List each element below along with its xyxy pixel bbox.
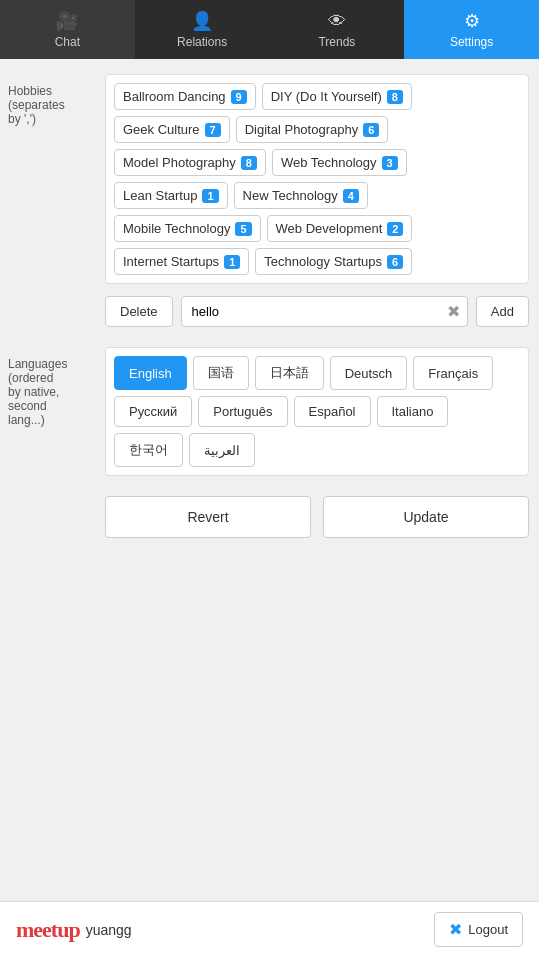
tag-name: Mobile Technology	[123, 221, 230, 236]
logout-x-icon: ✖	[449, 920, 462, 939]
tag-item[interactable]: Mobile Technology5	[114, 215, 261, 242]
delete-button[interactable]: Delete	[105, 296, 173, 327]
tag-item[interactable]: DIY (Do It Yourself)8	[262, 83, 412, 110]
language-button[interactable]: Italiano	[377, 396, 449, 427]
tag-count: 1	[224, 255, 240, 269]
tag-name: Model Photography	[123, 155, 236, 170]
language-button[interactable]: Русский	[114, 396, 192, 427]
tag-name: Ballroom Dancing	[123, 89, 226, 104]
tag-count: 6	[387, 255, 403, 269]
nav-trends-label: Trends	[318, 35, 355, 49]
nav-trends[interactable]: 👁 Trends	[270, 0, 405, 59]
footer: meetup yuangg ✖ Logout	[0, 901, 539, 957]
nav-relations-label: Relations	[177, 35, 227, 49]
tag-count: 7	[205, 123, 221, 137]
tag-count: 9	[231, 90, 247, 104]
languages-container: English国语日本語DeutschFrançaisРусскийPortug…	[105, 347, 529, 476]
tag-item[interactable]: Model Photography8	[114, 149, 266, 176]
top-nav: 🎥 Chat 👤 Relations 👁 Trends ⚙ Settings	[0, 0, 539, 59]
logout-button[interactable]: ✖ Logout	[434, 912, 523, 947]
tag-item[interactable]: Ballroom Dancing9	[114, 83, 256, 110]
tag-name: New Technology	[243, 188, 338, 203]
language-button[interactable]: Español	[294, 396, 371, 427]
tag-list: Ballroom Dancing9DIY (Do It Yourself)8Ge…	[114, 83, 520, 275]
nav-chat-label: Chat	[55, 35, 80, 49]
tag-count: 8	[387, 90, 403, 104]
footer-username: yuangg	[86, 922, 132, 938]
chat-icon: 🎥	[56, 10, 78, 32]
tag-name: Web Development	[276, 221, 383, 236]
footer-brand: meetup yuangg	[16, 917, 132, 943]
languages-section: Languages(orderedby native,secondlang...…	[0, 347, 539, 476]
clear-icon[interactable]: ✖	[447, 302, 460, 321]
tag-item[interactable]: Technology Startups6	[255, 248, 412, 275]
tag-name: Lean Startup	[123, 188, 197, 203]
nav-chat[interactable]: 🎥 Chat	[0, 0, 135, 59]
tag-item[interactable]: Geek Culture7	[114, 116, 230, 143]
tag-name: DIY (Do It Yourself)	[271, 89, 382, 104]
language-button[interactable]: العربية	[189, 433, 255, 467]
update-button[interactable]: Update	[323, 496, 529, 538]
hobby-input[interactable]	[181, 296, 468, 327]
add-button[interactable]: Add	[476, 296, 529, 327]
language-button[interactable]: Français	[413, 356, 493, 390]
tag-count: 4	[343, 189, 359, 203]
tag-name: Web Technology	[281, 155, 377, 170]
tag-item[interactable]: Web Development2	[267, 215, 413, 242]
relations-icon: 👤	[191, 10, 213, 32]
hobby-input-wrapper: ✖	[181, 296, 468, 327]
hobbies-section: Hobbies(separatesby ',') Ballroom Dancin…	[0, 74, 539, 284]
nav-settings[interactable]: ⚙ Settings	[404, 0, 539, 59]
tag-count: 2	[387, 222, 403, 236]
tag-item[interactable]: Digital Photography6	[236, 116, 389, 143]
hobby-input-row: Delete ✖ Add	[105, 296, 529, 327]
main-content: Hobbies(separatesby ',') Ballroom Dancin…	[0, 59, 539, 638]
tag-count: 6	[363, 123, 379, 137]
language-button[interactable]: 한국어	[114, 433, 183, 467]
tag-count: 8	[241, 156, 257, 170]
meetup-logo: meetup	[16, 917, 80, 943]
tag-item[interactable]: Web Technology3	[272, 149, 407, 176]
language-grid: English国语日本語DeutschFrançaisРусскийPortug…	[114, 356, 520, 467]
tag-item[interactable]: Lean Startup1	[114, 182, 228, 209]
revert-button[interactable]: Revert	[105, 496, 311, 538]
tag-count: 1	[202, 189, 218, 203]
tag-name: Technology Startups	[264, 254, 382, 269]
tag-count: 3	[382, 156, 398, 170]
hobbies-label: Hobbies(separatesby ',')	[0, 74, 105, 126]
language-button[interactable]: 国语	[193, 356, 249, 390]
tag-item[interactable]: New Technology4	[234, 182, 368, 209]
languages-label: Languages(orderedby native,secondlang...…	[0, 347, 105, 427]
hobbies-tags-container: Ballroom Dancing9DIY (Do It Yourself)8Ge…	[105, 74, 529, 284]
tag-item[interactable]: Internet Startups1	[114, 248, 249, 275]
settings-icon: ⚙	[464, 10, 480, 32]
language-button[interactable]: English	[114, 356, 187, 390]
logout-label: Logout	[468, 922, 508, 937]
trends-icon: 👁	[328, 11, 346, 32]
tag-name: Digital Photography	[245, 122, 358, 137]
nav-relations[interactable]: 👤 Relations	[135, 0, 270, 59]
tag-name: Geek Culture	[123, 122, 200, 137]
language-button[interactable]: 日本語	[255, 356, 324, 390]
nav-settings-label: Settings	[450, 35, 493, 49]
bottom-buttons: Revert Update	[105, 496, 529, 538]
language-button[interactable]: Deutsch	[330, 356, 408, 390]
language-button[interactable]: Português	[198, 396, 287, 427]
tag-name: Internet Startups	[123, 254, 219, 269]
tag-count: 5	[235, 222, 251, 236]
